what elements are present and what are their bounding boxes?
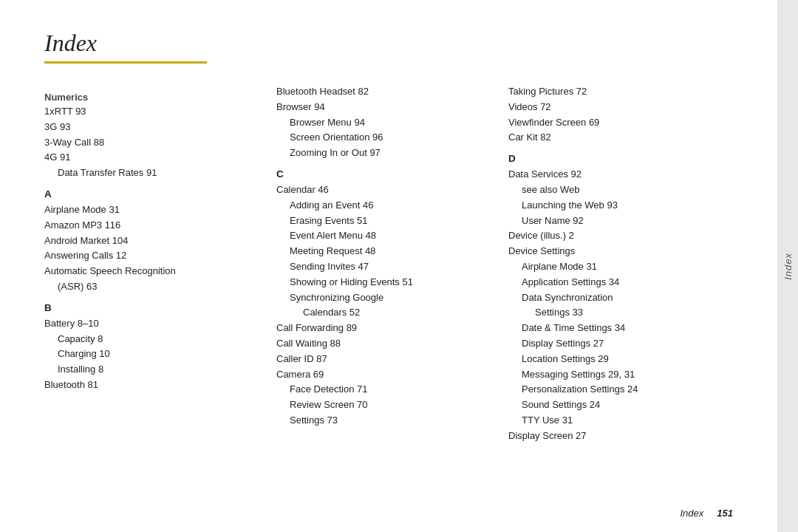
column-2: Bluetooth Headset 82Browser 94Browser Me… — [276, 84, 508, 429]
index-entry: Calendars 52 — [276, 305, 494, 321]
index-entry: Review Screen 70 — [276, 398, 494, 413]
index-entry: Charging 10 — [44, 347, 262, 362]
index-entry: Adding an Event 46 — [276, 198, 494, 214]
section-heading: Numerics — [44, 92, 262, 103]
index-entry: Call Waiting 88 — [276, 336, 494, 352]
index-entry: Videos 72 — [508, 100, 726, 115]
side-tab: Index — [777, 0, 798, 532]
index-entry: Data Transfer Rates 91 — [44, 166, 262, 181]
index-entry: Airplane Mode 31 — [44, 202, 262, 218]
index-entry: Date & Time Settings 34 — [508, 321, 726, 336]
index-entry: Face Detection 71 — [276, 382, 494, 398]
index-entry: 3G 93 — [44, 120, 262, 135]
index-entry: Showing or Hiding Events 51 — [276, 275, 494, 290]
index-entry: Sending Invites 47 — [276, 259, 494, 275]
index-entry: 3-Way Call 88 — [44, 135, 262, 151]
index-entry: Calendar 46 — [276, 183, 494, 198]
index-entry: Airplane Mode 31 — [508, 259, 726, 275]
index-entry: Application Settings 34 — [508, 275, 726, 290]
footer-page: 151 — [717, 508, 733, 519]
index-entry: Device Settings — [508, 244, 726, 259]
section-letter: D — [508, 153, 726, 164]
index-entry: Event Alert Menu 48 — [276, 228, 494, 244]
index-entry: Capacity 8 — [44, 332, 262, 347]
index-entry: Browser 94 — [276, 100, 494, 115]
column-3: Taking Pictures 72Videos 72Viewfinder Sc… — [508, 84, 740, 444]
index-entry: Viewfinder Screen 69 — [508, 115, 726, 131]
index-entry: see also Web — [508, 183, 726, 198]
section-letter: A — [44, 188, 262, 200]
index-entry: 1xRTT 93 — [44, 104, 262, 120]
section-letter: B — [44, 302, 262, 313]
title-underline — [44, 61, 207, 64]
index-entry: Data Synchronization — [508, 290, 726, 306]
index-entry: Bluetooth Headset 82 — [276, 84, 494, 100]
index-entry: Settings 73 — [276, 413, 494, 429]
index-entry: Bluetooth 81 — [44, 378, 262, 393]
index-entry: Meeting Request 48 — [276, 244, 494, 259]
index-entry: Android Market 104 — [44, 233, 262, 249]
index-entry: Camera 69 — [276, 367, 494, 383]
index-entry: Display Settings 27 — [508, 336, 726, 352]
index-entry: Device (illus.) 2 — [508, 228, 726, 244]
main-content: Index Numerics1xRTT 933G 933-Way Call 88… — [0, 0, 777, 532]
index-entry: Taking Pictures 72 — [508, 84, 726, 100]
index-entry: Zooming In or Out 97 — [276, 146, 494, 161]
index-entry: Amazon MP3 116 — [44, 218, 262, 233]
index-entry: Synchronizing Google — [276, 290, 494, 306]
index-entry: Car Kit 82 — [508, 130, 726, 146]
column-1: Numerics1xRTT 933G 933-Way Call 884G 91D… — [44, 84, 276, 393]
index-entry: Settings 33 — [508, 305, 726, 321]
index-entry: Display Screen 27 — [508, 429, 726, 444]
index-entry: 4G 91 — [44, 150, 262, 166]
index-entry: Call Forwarding 89 — [276, 321, 494, 336]
columns-wrapper: Numerics1xRTT 933G 933-Way Call 884G 91D… — [44, 84, 740, 444]
index-entry: Location Settings 29 — [508, 352, 726, 367]
index-entry: Erasing Events 51 — [276, 214, 494, 229]
index-entry: Caller ID 87 — [276, 352, 494, 367]
page-title: Index — [44, 30, 740, 57]
index-entry: Browser Menu 94 — [276, 115, 494, 131]
index-entry: Sound Settings 24 — [508, 398, 726, 413]
index-entry: Installing 8 — [44, 362, 262, 378]
footer-label: Index — [680, 508, 703, 519]
index-entry: Automatic Speech Recognition — [44, 264, 262, 279]
index-entry: (ASR) 63 — [44, 279, 262, 295]
index-entry: Messaging Settings 29, 31 — [508, 367, 726, 383]
index-entry: Personalization Settings 24 — [508, 382, 726, 398]
section-letter: C — [276, 168, 494, 180]
index-entry: User Name 92 — [508, 214, 726, 229]
side-tab-label: Index — [782, 253, 794, 280]
index-entry: TTY Use 31 — [508, 413, 726, 429]
index-entry: Battery 8–10 — [44, 316, 262, 332]
footer: Index 151 — [680, 508, 733, 519]
index-entry: Launching the Web 93 — [508, 198, 726, 214]
index-entry: Answering Calls 12 — [44, 248, 262, 264]
index-entry: Data Services 92 — [508, 167, 726, 183]
index-entry: Screen Orientation 96 — [276, 130, 494, 146]
